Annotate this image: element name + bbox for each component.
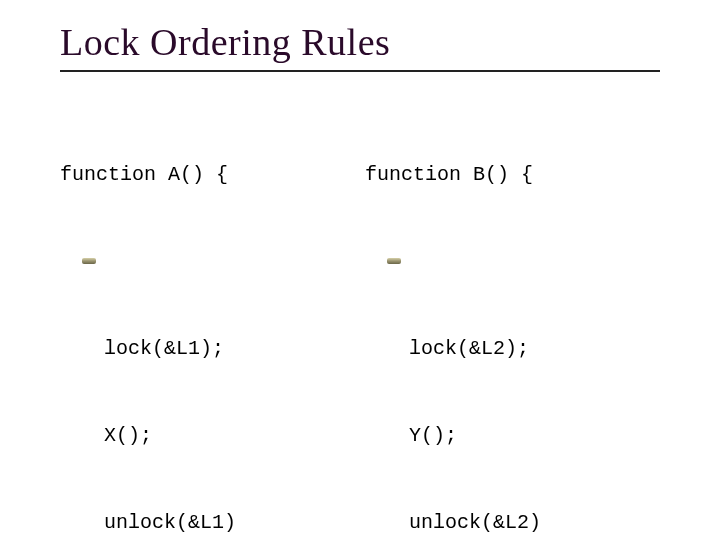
code-line: lock(&L2); [409,334,660,363]
code-line: X(); [104,421,355,450]
function-signature: function A() { [60,160,355,189]
slide-title: Lock Ordering Rules [60,20,660,64]
function-a: function A() { lock(&L1); X(); unlock(&L… [60,102,355,540]
code-line: lock(&L1); [104,334,355,363]
function-body: lock(&L2); Y(); unlock(&L2) [409,247,660,540]
bullet-icon [387,258,401,264]
code-line: Y(); [409,421,660,450]
code-grid: function A() { lock(&L1); X(); unlock(&L… [60,102,660,540]
title-underline [60,70,660,72]
code-line: unlock(&L1) [104,508,355,537]
bullet-icon [82,258,96,264]
code-line: unlock(&L2) [409,508,660,537]
function-b: function B() { lock(&L2); Y(); unlock(&L… [365,102,660,540]
function-signature: function B() { [365,160,660,189]
function-body: lock(&L1); X(); unlock(&L1) [104,247,355,540]
